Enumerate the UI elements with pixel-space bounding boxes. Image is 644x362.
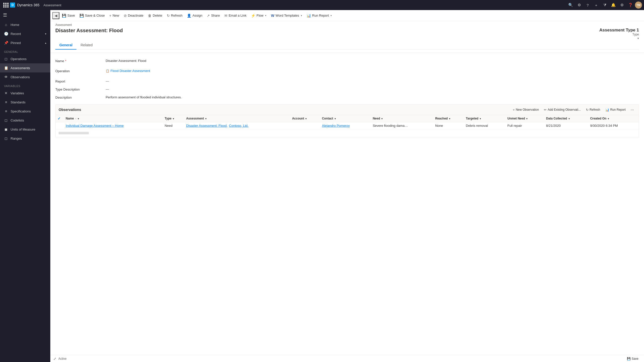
status-expand-icon[interactable]: ⤢ bbox=[53, 357, 56, 361]
status-save-button[interactable]: 💾 Save bbox=[624, 356, 641, 361]
observations-run-report-button[interactable]: 📊 Run Report bbox=[603, 107, 628, 113]
add-existing-icon: ✏ bbox=[544, 108, 547, 112]
run-report-button[interactable]: 📊 Run Report ▾ bbox=[305, 12, 334, 20]
help-icon[interactable]: ❓ bbox=[626, 1, 634, 9]
col-created-on[interactable]: Created On ▾ bbox=[588, 115, 639, 122]
tab-related[interactable]: Related bbox=[76, 41, 97, 50]
row-created-on: 9/30/2020 6:34 PM bbox=[588, 122, 639, 129]
sidebar-item-observations[interactable]: 👁 Observations bbox=[0, 72, 50, 82]
back-button[interactable]: ◀ bbox=[52, 12, 59, 19]
row-name-link[interactable]: Individual Damage Assessment – Home bbox=[66, 124, 124, 128]
sidebar-item-variables[interactable]: ✕ Variables bbox=[0, 89, 50, 98]
question-icon[interactable]: ? bbox=[584, 1, 592, 9]
row-assessment-link[interactable]: Disaster Assessment: Flood, bbox=[186, 124, 228, 128]
loading-bar bbox=[59, 132, 89, 134]
col-checkbox[interactable]: ✓ bbox=[56, 115, 64, 122]
tab-general[interactable]: General bbox=[55, 41, 76, 50]
sidebar-item-operations[interactable]: ◻ Operations bbox=[0, 54, 50, 63]
new-button[interactable]: + New bbox=[107, 12, 121, 20]
name-field-value[interactable]: Disaster Assessment: Flood bbox=[106, 57, 639, 65]
sidebar-item-codelists[interactable]: ◻ Codelists bbox=[0, 116, 50, 125]
created-on-filter-icon[interactable]: ▾ bbox=[608, 117, 609, 120]
status-label: Active bbox=[58, 357, 67, 360]
codelists-icon: ◻ bbox=[4, 118, 8, 122]
select-all-check[interactable]: ✓ bbox=[58, 116, 61, 120]
col-data-collected[interactable]: Data Collected ▾ bbox=[544, 115, 588, 122]
contact-filter-icon[interactable]: ▾ bbox=[335, 117, 336, 120]
share-button[interactable]: ↗ Share bbox=[205, 12, 222, 20]
table-footer bbox=[56, 129, 639, 137]
plus-icon[interactable]: + bbox=[592, 1, 600, 9]
delete-icon: 🗑 bbox=[148, 14, 151, 18]
data-collected-filter-icon[interactable]: ▾ bbox=[569, 117, 570, 120]
new-observation-button[interactable]: + New Observation bbox=[511, 107, 541, 113]
assessment-filter-icon[interactable]: ▾ bbox=[205, 117, 207, 120]
table-header-row: ✓ Name ↑ ▾ Type ▾ bbox=[56, 115, 639, 122]
assessment-type-expand-icon[interactable]: ▾ bbox=[637, 37, 639, 40]
col-need[interactable]: Need ▾ bbox=[371, 115, 433, 122]
notification-icon[interactable]: 🔔 bbox=[609, 1, 617, 9]
unmet-need-filter-icon[interactable]: ▾ bbox=[526, 117, 528, 120]
flow-chevron-icon: ▾ bbox=[265, 14, 266, 17]
need-filter-icon[interactable]: ▾ bbox=[381, 117, 383, 120]
observations-more-button[interactable]: ⋯ bbox=[629, 106, 636, 113]
sidebar-item-specifications[interactable]: ≡ Specifications bbox=[0, 107, 50, 116]
share-label: Share bbox=[211, 14, 220, 17]
row-account-inline-link[interactable]: Contoso, Ltd. bbox=[229, 124, 248, 128]
sidebar-item-pinned[interactable]: 📌 Pinned ▴ bbox=[0, 38, 50, 47]
observations-refresh-button[interactable]: ↻ Refresh bbox=[584, 107, 602, 113]
report-field-value[interactable]: --- bbox=[106, 77, 639, 85]
sidebar-toggle-button[interactable]: ☰ bbox=[0, 10, 10, 20]
row-need: Severe flooding dama… bbox=[371, 122, 433, 129]
refresh-button[interactable]: ↻ Refresh bbox=[165, 12, 185, 20]
row-checkbox[interactable] bbox=[56, 122, 64, 129]
settings-icon[interactable]: ⚙ bbox=[575, 1, 583, 9]
type-filter-icon[interactable]: ▾ bbox=[173, 117, 174, 120]
sidebar-item-assessments[interactable]: 📋 Assessments bbox=[0, 63, 50, 72]
col-assessment[interactable]: Assessment ▾ bbox=[184, 115, 290, 122]
save-close-button[interactable]: 💾 Save & Close bbox=[77, 12, 107, 20]
observations-nav-icon: 👁 bbox=[4, 75, 8, 79]
obs-report-icon: 📊 bbox=[605, 108, 609, 112]
user-avatar[interactable]: TM bbox=[635, 2, 642, 9]
flow-button[interactable]: ⚡ Flow ▾ bbox=[249, 12, 268, 20]
email-link-button[interactable]: ✉ Email a Link bbox=[222, 12, 249, 20]
refresh-label: Refresh bbox=[171, 14, 183, 17]
sidebar-item-standards[interactable]: ≡ Standards bbox=[0, 98, 50, 107]
table-row: Individual Damage Assessment – Home Need… bbox=[56, 122, 639, 129]
sidebar-item-units-of-measure[interactable]: ◼ Units of Measure bbox=[0, 125, 50, 134]
sidebar-item-home[interactable]: ⌂ Home bbox=[0, 20, 50, 29]
name-filter-icon[interactable]: ▾ bbox=[78, 117, 79, 120]
add-existing-button[interactable]: ✏ Add Existing Observati... bbox=[542, 107, 583, 113]
col-targeted[interactable]: Targeted ▾ bbox=[464, 115, 505, 122]
new-obs-icon: + bbox=[513, 108, 515, 112]
save-label: Save bbox=[67, 14, 75, 17]
save-button[interactable]: 💾 Save bbox=[60, 12, 77, 20]
gear-icon[interactable]: ⚙ bbox=[618, 1, 626, 9]
type-description-value[interactable]: --- bbox=[106, 85, 639, 93]
reached-filter-icon[interactable]: ▾ bbox=[449, 117, 450, 120]
col-contact[interactable]: Contact ▾ bbox=[320, 115, 371, 122]
app-grid-button[interactable] bbox=[2, 0, 10, 10]
targeted-filter-icon[interactable]: ▾ bbox=[480, 117, 481, 120]
col-reached[interactable]: Reached ▾ bbox=[433, 115, 464, 122]
account-filter-icon[interactable]: ▾ bbox=[305, 117, 307, 120]
sidebar-item-ranges[interactable]: ◻ Ranges bbox=[0, 134, 50, 143]
sidebar-item-recent[interactable]: 🕐 Recent ▾ bbox=[0, 29, 50, 38]
assign-button[interactable]: 👤 Assign bbox=[185, 12, 204, 20]
col-account[interactable]: Account ▾ bbox=[290, 115, 320, 122]
filter-icon[interactable]: ⧩ bbox=[601, 1, 609, 9]
search-icon[interactable]: 🔍 bbox=[567, 1, 575, 9]
delete-button[interactable]: 🗑 Delete bbox=[146, 12, 164, 20]
operation-link[interactable]: Flood Disaster Assessment bbox=[110, 67, 150, 75]
row-contact-link[interactable]: Alejandro Pomeroy bbox=[322, 124, 350, 128]
description-value[interactable]: Perform assessment of flooded individual… bbox=[106, 93, 639, 101]
status-save-icon: 💾 bbox=[627, 357, 631, 360]
col-unmet-need[interactable]: Unmet Need ▾ bbox=[505, 115, 544, 122]
new-icon: + bbox=[109, 14, 111, 18]
deactivate-button[interactable]: ⊘ Deactivate bbox=[122, 12, 145, 20]
sidebar-item-operations-label: Operations bbox=[11, 57, 27, 61]
col-name[interactable]: Name ↑ ▾ bbox=[64, 115, 163, 122]
col-type[interactable]: Type ▾ bbox=[163, 115, 184, 122]
word-templates-button[interactable]: W Word Templates ▾ bbox=[269, 12, 304, 20]
